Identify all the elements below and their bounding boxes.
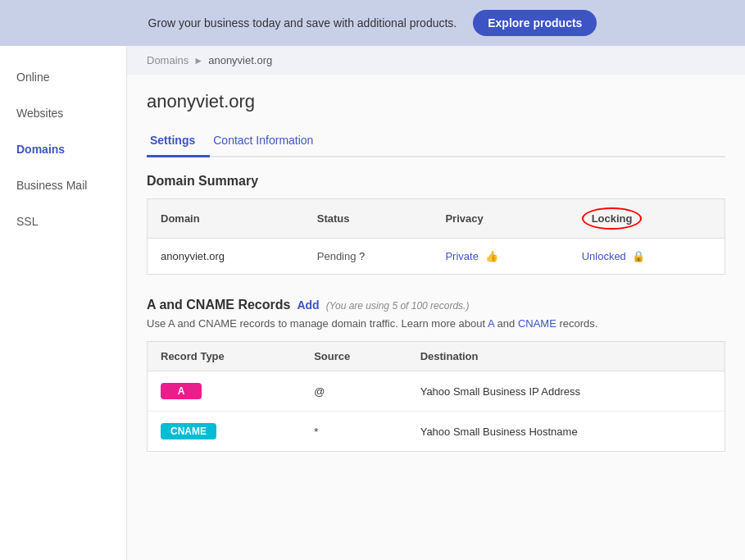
domain-summary-table: Domain Status Privacy Locking anonyviet.… <box>147 198 725 275</box>
main-layout: Online Websites Domains Business Mail SS… <box>0 46 745 560</box>
acname-table: Record Type Source Destination A @ Yahoo… <box>147 341 725 452</box>
sidebar: Online Websites Domains Business Mail SS… <box>0 46 127 560</box>
status-value: Pending ? <box>304 239 433 275</box>
source-a: @ <box>301 371 407 412</box>
help-icon[interactable]: ? <box>359 250 365 262</box>
checkmark-icon: 👍 <box>485 250 498 262</box>
destination-cname: Yahoo Small Business Hostname <box>407 412 725 452</box>
page-content: anonyviet.org Settings Contact Informati… <box>127 75 745 491</box>
status-text: Pending <box>317 250 357 262</box>
breadcrumb: Domains ► anonyviet.org <box>127 46 745 75</box>
source-cname: * <box>301 412 407 452</box>
acname-title: A and CNAME Records <box>147 298 290 312</box>
locking-circle-label: Locking <box>582 207 643 230</box>
tab-settings[interactable]: Settings <box>147 125 210 157</box>
col-domain: Domain <box>148 199 304 239</box>
privacy-text[interactable]: Private <box>445 250 478 262</box>
breadcrumb-arrow: ► <box>193 55 203 66</box>
acname-link-a[interactable]: A <box>488 317 494 330</box>
sidebar-item-websites[interactable]: Websites <box>0 98 126 128</box>
acname-link-cname[interactable]: CNAME <box>518 317 556 330</box>
acname-desc-middle2: and <box>497 317 516 330</box>
locking-text[interactable]: Unlocked <box>582 250 626 262</box>
banner-text: Grow your business today and save with a… <box>148 16 457 30</box>
sidebar-item-online[interactable]: Online <box>0 62 126 92</box>
page-title: anonyviet.org <box>147 91 725 112</box>
acname-description: Use A and CNAME records to manage domain… <box>147 317 725 330</box>
badge-cname: CNAME <box>161 423 216 439</box>
col-destination: Destination <box>407 342 725 371</box>
privacy-value: Private 👍 <box>432 239 568 275</box>
table-row: CNAME * Yahoo Small Business Hostname <box>148 412 725 452</box>
col-record-type: Record Type <box>148 342 302 371</box>
locking-value: Unlocked 🔒 <box>569 239 725 275</box>
sidebar-item-business-mail[interactable]: Business Mail <box>0 171 126 200</box>
tabs: Settings Contact Information <box>147 125 725 157</box>
col-status: Status <box>304 199 433 239</box>
acname-header: A and CNAME Records Add (You are using 5… <box>147 298 725 312</box>
domain-summary-title: Domain Summary <box>147 174 725 189</box>
sidebar-item-domains[interactable]: Domains <box>0 134 126 164</box>
sidebar-item-ssl[interactable]: SSL <box>0 207 126 236</box>
breadcrumb-domains-link[interactable]: Domains <box>147 54 189 66</box>
badge-a: A <box>161 383 202 399</box>
table-row: A @ Yahoo Small Business IP Address <box>148 371 725 412</box>
table-row: anonyviet.org Pending ? Private 👍 Unlock… <box>148 239 725 275</box>
col-locking: Locking <box>569 199 725 239</box>
explore-products-button[interactable]: Explore products <box>473 10 597 36</box>
acname-add-link[interactable]: Add <box>297 298 319 312</box>
lock-icon: 🔒 <box>632 250 645 262</box>
destination-a: Yahoo Small Business IP Address <box>407 371 725 412</box>
content-area: Domains ► anonyviet.org anonyviet.org Se… <box>127 46 745 560</box>
record-type-a: A <box>148 371 302 412</box>
acname-desc-before: Use A and CNAME records to manage domain… <box>147 317 485 330</box>
top-banner: Grow your business today and save with a… <box>0 0 745 46</box>
acname-info: (You are using 5 of 100 records.) <box>326 300 470 312</box>
domain-value: anonyviet.org <box>148 239 304 275</box>
tab-contact-information[interactable]: Contact Information <box>210 125 328 157</box>
record-type-cname: CNAME <box>148 412 302 452</box>
col-source: Source <box>301 342 407 371</box>
col-privacy: Privacy <box>432 199 568 239</box>
acname-desc-after: records. <box>560 317 598 330</box>
breadcrumb-current: anonyviet.org <box>208 54 272 66</box>
